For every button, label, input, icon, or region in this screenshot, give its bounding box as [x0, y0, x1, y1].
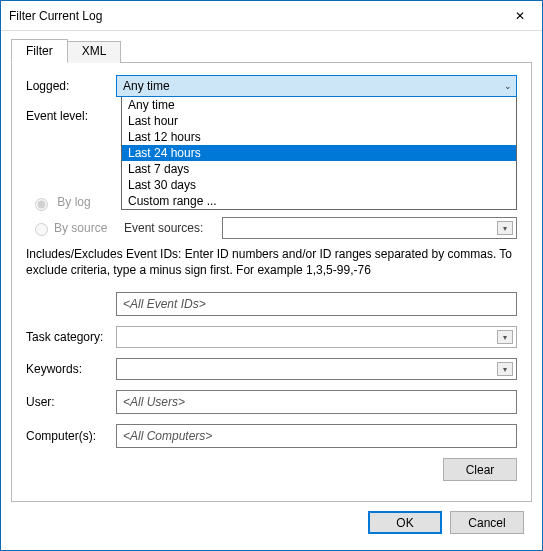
tab-xml[interactable]: XML	[67, 41, 122, 63]
tab-filter-label: Filter	[26, 44, 53, 58]
event-level-label: Event level:	[26, 107, 116, 123]
close-icon: ✕	[515, 9, 525, 23]
logged-label: Logged:	[26, 79, 116, 93]
clear-button[interactable]: Clear	[443, 458, 517, 481]
close-button[interactable]: ✕	[497, 1, 542, 31]
logged-combo[interactable]: Any time ⌄	[116, 75, 517, 97]
event-ids-field[interactable]: <All Event IDs>	[116, 292, 517, 316]
event-ids-value: <All Event IDs>	[123, 297, 206, 311]
computers-value: <All Computers>	[123, 429, 212, 443]
chevron-down-icon: ⌄	[504, 81, 512, 91]
user-field[interactable]: <All Users>	[116, 390, 517, 414]
computers-field[interactable]: <All Computers>	[116, 424, 517, 448]
logged-option[interactable]: Custom range ...	[122, 193, 516, 209]
filter-panel: Logged: Any time ⌄ Any timeLast hourLast…	[11, 62, 532, 502]
by-source-radio	[35, 223, 48, 236]
chevron-down-icon: ▾	[497, 362, 513, 376]
logged-option[interactable]: Any time	[122, 97, 516, 113]
keywords-combo[interactable]: ▾	[116, 358, 517, 380]
keywords-label: Keywords:	[26, 362, 116, 376]
footer: OK Cancel	[1, 501, 542, 534]
logged-option[interactable]: Last 30 days	[122, 177, 516, 193]
by-source-radio-row: By source Event sources: ▾	[30, 217, 517, 239]
by-source-label: By source	[54, 221, 124, 235]
info-text: Includes/Excludes Event IDs: Enter ID nu…	[26, 247, 517, 278]
titlebar: Filter Current Log ✕	[1, 1, 542, 31]
user-label: User:	[26, 395, 116, 409]
logged-option[interactable]: Last 24 hours	[122, 145, 516, 161]
event-sources-label: Event sources:	[124, 221, 222, 235]
chevron-down-icon: ▾	[497, 221, 513, 235]
ok-button-label: OK	[396, 516, 413, 530]
logged-dropdown-list: Any timeLast hourLast 12 hoursLast 24 ho…	[121, 97, 517, 210]
by-log-radio	[35, 198, 48, 211]
tab-strip: Filter XML	[11, 39, 532, 63]
content-area: Filter XML Logged: Any time ⌄ Any timeLa…	[1, 31, 542, 501]
task-category-label: Task category:	[26, 330, 116, 344]
tab-xml-label: XML	[82, 44, 107, 58]
event-sources-combo[interactable]: ▾	[222, 217, 517, 239]
cancel-button-label: Cancel	[468, 516, 505, 530]
tab-filter[interactable]: Filter	[11, 39, 68, 63]
logged-option[interactable]: Last 12 hours	[122, 129, 516, 145]
by-log-label: By log	[57, 195, 90, 209]
user-value: <All Users>	[123, 395, 185, 409]
computers-label: Computer(s):	[26, 429, 116, 443]
task-category-combo: ▾	[116, 326, 517, 348]
chevron-down-icon: ▾	[497, 330, 513, 344]
logged-option[interactable]: Last hour	[122, 113, 516, 129]
logged-option[interactable]: Last 7 days	[122, 161, 516, 177]
clear-button-label: Clear	[466, 463, 495, 477]
logged-combo-value: Any time	[123, 79, 170, 93]
ok-button[interactable]: OK	[368, 511, 442, 534]
cancel-button[interactable]: Cancel	[450, 511, 524, 534]
window-title: Filter Current Log	[9, 9, 497, 23]
